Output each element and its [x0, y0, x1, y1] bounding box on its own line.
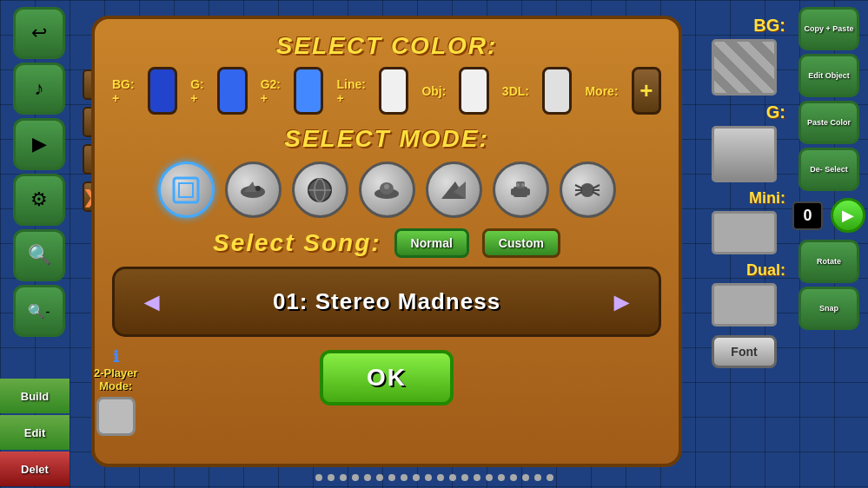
more-color-button[interactable]: +	[632, 67, 661, 115]
g-color-swatch[interactable]	[217, 67, 247, 115]
dot-10	[425, 474, 432, 481]
svg-rect-17	[511, 188, 514, 195]
svg-point-16	[521, 183, 525, 187]
g-preview-swatch[interactable]	[712, 126, 777, 182]
svg-line-20	[575, 185, 582, 188]
music-button[interactable]: ♪	[13, 63, 65, 115]
edit-object-button[interactable]: Edit Object	[798, 54, 859, 97]
dot-9	[413, 474, 420, 481]
svg-rect-0	[174, 178, 198, 202]
normal-song-button[interactable]: Normal	[394, 228, 469, 258]
edit-button[interactable]: Edit	[0, 415, 70, 450]
dot-14	[474, 474, 480, 481]
select-color-title: Select Color:	[112, 32, 661, 60]
deselect-button[interactable]: De- Select	[798, 148, 859, 191]
bg-color-label: BG: +	[112, 77, 135, 105]
wave-mode-button[interactable]	[426, 162, 482, 218]
line-color-swatch[interactable]	[379, 67, 408, 115]
dual-preview-swatch[interactable]	[712, 283, 777, 326]
play-button[interactable]: ▶	[13, 118, 65, 170]
two-player-label: 2-PlayerMode:	[94, 366, 138, 393]
cube-mode-button[interactable]	[158, 162, 215, 218]
svg-point-19	[580, 183, 594, 197]
g-color-label: G: +	[190, 77, 204, 105]
bg-color-swatch[interactable]	[148, 67, 177, 115]
bottom-left-buttons: Build Edit Delet	[0, 379, 78, 488]
dot-1	[315, 474, 322, 481]
svg-rect-1	[179, 183, 193, 197]
svg-point-4	[255, 186, 261, 191]
song-section: Select Song: Normal Custom ◄ 01: Stereo …	[112, 228, 661, 337]
g2-color-swatch[interactable]	[294, 67, 323, 115]
counter-display: 0	[792, 201, 822, 230]
dot-12	[449, 474, 456, 481]
song-header: Select Song: Normal Custom	[112, 228, 661, 258]
dual-label: Dual:	[712, 261, 785, 280]
ship-mode-button[interactable]	[225, 162, 282, 218]
build-button[interactable]: Build	[0, 379, 70, 413]
spider-mode-button[interactable]	[560, 162, 616, 218]
tdl-color-swatch[interactable]	[542, 67, 572, 115]
right-sidebar: Copy + Paste Edit Object Paste Color De-…	[790, 0, 868, 488]
copy-paste-button[interactable]: Copy + Paste	[798, 7, 859, 50]
bottom-dots	[315, 474, 553, 481]
robot-mode-button[interactable]	[493, 162, 549, 218]
two-player-section: ℹ 2-PlayerMode:	[94, 347, 138, 436]
dot-6	[376, 474, 383, 481]
line-color-label: Line: +	[336, 77, 365, 105]
dot-13	[461, 474, 468, 481]
two-player-color-swatch[interactable]	[96, 397, 136, 436]
dot-19	[534, 474, 541, 481]
dot-16	[498, 474, 505, 481]
dot-8	[401, 474, 407, 481]
dot-20	[547, 474, 553, 481]
game-background: ↩ ♪ ▶ ⚙ 🔍 🔍- ❮ ❯ ❯❯ ❯❯❯ Speed: Select Co…	[0, 0, 868, 488]
mode-row	[112, 162, 661, 218]
zoom-in-button[interactable]: 🔍	[13, 229, 65, 281]
delete-button[interactable]: Delet	[0, 452, 70, 486]
ok-button[interactable]: OK	[320, 350, 454, 406]
bg-right-label: BG:	[712, 16, 785, 36]
custom-song-button[interactable]: Custom	[482, 228, 560, 258]
g-right-label: G:	[712, 102, 785, 122]
tdl-color-label: 3DL:	[502, 84, 529, 98]
select-mode-title: Select Mode:	[112, 125, 661, 153]
font-button[interactable]: Font	[712, 335, 777, 368]
dot-17	[510, 474, 517, 481]
dot-5	[364, 474, 371, 481]
select-song-label: Select Song:	[213, 229, 381, 257]
prev-song-button[interactable]: ◄	[132, 282, 171, 321]
g2-color-label: G2: +	[261, 77, 281, 105]
mini-preview-swatch[interactable]	[712, 211, 777, 254]
svg-line-22	[575, 192, 582, 195]
dot-18	[522, 474, 529, 481]
next-song-button[interactable]: ►	[602, 282, 641, 321]
dot-15	[486, 474, 493, 481]
snap-button[interactable]: Snap	[798, 287, 859, 330]
play-right-button[interactable]: ▶	[831, 198, 865, 233]
more-color-label: More:	[585, 84, 618, 98]
counter-row: 0 ▶	[792, 198, 865, 233]
zoom-out-button[interactable]: 🔍-	[13, 285, 65, 337]
current-song-name: 01: Stereo Madness	[273, 288, 500, 315]
right-panel: BG: G: Mini: Dual: Font	[712, 16, 785, 368]
undo-button[interactable]: ↩	[13, 7, 65, 59]
svg-line-23	[593, 185, 600, 188]
settings-button[interactable]: ⚙	[13, 174, 65, 226]
svg-point-10	[384, 184, 389, 189]
svg-rect-18	[527, 188, 530, 195]
song-display-box: ◄ 01: Stereo Madness ►	[112, 267, 661, 337]
dot-4	[352, 474, 359, 481]
bg-preview-swatch[interactable]	[712, 39, 777, 96]
obj-color-swatch[interactable]	[459, 67, 488, 115]
rotate-button[interactable]: Rotate	[798, 240, 859, 283]
dot-11	[437, 474, 444, 481]
svg-line-25	[593, 192, 600, 195]
dot-2	[328, 474, 335, 481]
ball-mode-button[interactable]	[292, 162, 348, 218]
svg-marker-3	[244, 181, 256, 192]
paste-color-button[interactable]: Paste Color	[798, 101, 859, 144]
main-panel: Select Color: BG: + G: + G2: + Line: + O…	[91, 16, 682, 467]
mini-label: Mini:	[712, 189, 785, 208]
ufo-mode-button[interactable]	[359, 162, 415, 218]
